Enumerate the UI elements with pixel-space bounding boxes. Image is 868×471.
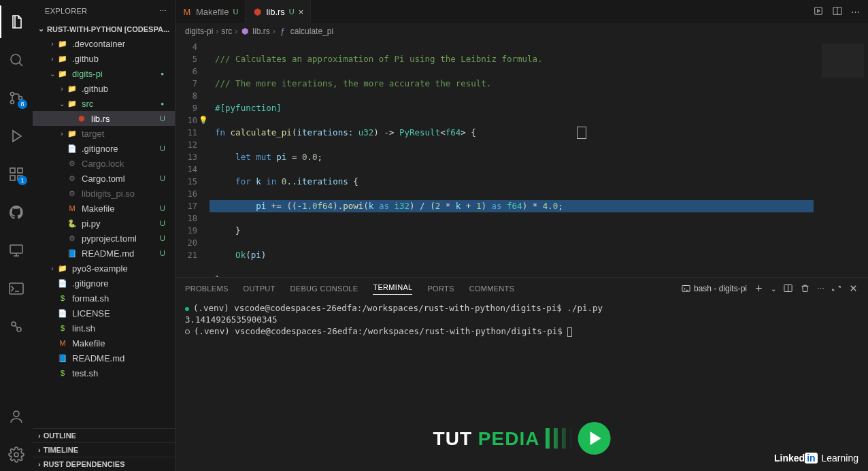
linkedin-learning-logo: Linkedin Learning [774,453,858,464]
tree-item-license[interactable]: 📄LICENSE [33,306,175,321]
editor[interactable]: 45678910💡1112131415161718192021 /// Calc… [176,39,868,277]
remote-explorer-icon[interactable] [0,234,33,267]
tree-item-makefile[interactable]: MMakefileU [33,201,175,216]
chevron-down-icon[interactable]: ⌄ [771,285,776,293]
breadcrumb-part[interactable]: lib.rs [252,27,269,36]
split-editor-icon[interactable] [832,5,843,18]
tree-item-pyo3-example[interactable]: ›📁pyo3-example [33,261,175,276]
line-number: 13 [176,151,210,163]
file-name: .github [72,54,99,64]
tree-item-lib-rs[interactable]: ⬢lib.rsU [33,111,175,126]
more-icon[interactable]: ⋯ [159,7,167,16]
svg-rect-5 [18,168,22,173]
chevron-right-icon: › [48,265,57,272]
tree-item-libdigits-pi-so[interactable]: ⚙libdigits_pi.so [33,186,175,201]
file-name: lib.rs [91,114,110,124]
tree-item-cargo-lock[interactable]: ⚙Cargo.lock [33,156,175,171]
sidebar-header: EXPLORER ⋯ [33,0,175,22]
main-area: M Makefile U ⬢ lib.rs U × ⋯ digits-pi › … [176,0,868,471]
run-debug-icon[interactable] [0,120,33,152]
file-name: pyo3-example [72,263,128,274]
tree-item-cargo-toml[interactable]: ⚙Cargo.tomlU [33,171,175,186]
folder-icon: 📁 [57,53,68,64]
breadcrumb-part[interactable]: src [221,27,232,36]
tab-makefile[interactable]: M Makefile U [176,0,246,23]
tree-item-digits-pi[interactable]: ⌄📁digits-pi● [33,66,175,81]
tree-item--github[interactable]: ›📁.github [33,51,175,66]
file-name: pi.py [82,218,100,229]
close-panel-icon[interactable] [848,283,858,295]
tree-item-format-sh[interactable]: $format.sh [33,291,175,306]
workspace-section[interactable]: ⌄ RUST-WITH-PYTHON [CODESPA... [33,22,175,36]
source-control-icon[interactable]: 8 [0,82,33,114]
github-icon[interactable] [0,196,33,229]
line-number: 17 [176,200,210,212]
tab-label: Makefile [196,7,229,17]
tree-item-test-sh[interactable]: $test.sh [33,366,175,380]
live-share-icon[interactable] [0,310,33,343]
tree-item--devcontainer[interactable]: ›📁.devcontainer [33,36,175,51]
scm-badge: 8 [18,99,27,109]
tab-problems[interactable]: PROBLEMS [185,285,229,293]
lightbulb-icon[interactable]: 💡 [199,114,208,127]
tab-status: U [289,7,295,16]
tab-librs[interactable]: ⬢ lib.rs U × [246,0,311,23]
timeline-section[interactable]: › TIMELINE [33,442,175,457]
rust-icon: ⬢ [252,7,262,16]
kill-terminal-icon[interactable] [800,283,810,295]
tab-bar: M Makefile U ⬢ lib.rs U × ⋯ [176,0,868,23]
file-name: libdigits_pi.so [82,189,135,199]
tab-label: lib.rs [266,7,284,17]
file-name: pyproject.toml [82,233,137,244]
svg-point-10 [12,322,16,326]
close-icon[interactable]: × [299,7,304,17]
minimap-viewport[interactable] [822,44,864,78]
tree-item-target[interactable]: ›📁target [33,126,175,141]
explorer-icon[interactable] [0,5,33,38]
more-icon[interactable]: ⋯ [817,285,824,293]
tree-item-readme-md[interactable]: 📘README.md [33,351,175,366]
breadcrumb-part[interactable]: digits-pi [185,27,213,36]
folder-icon: 📁 [57,68,68,79]
terminal-content[interactable]: (.venv) vscode@codespaces-26edfa:/worksp… [176,299,868,471]
tree-item-makefile[interactable]: MMakefile [33,336,175,351]
breadcrumb[interactable]: digits-pi › src › ⬢ lib.rs › ƒ calculate… [176,23,868,39]
run-icon[interactable] [813,5,824,18]
outline-section[interactable]: › OUTLINE [33,428,175,442]
tree-item-src[interactable]: ⌄📁src● [33,96,175,111]
tab-debug-console[interactable]: DEBUG CONSOLE [290,285,358,293]
minimap[interactable] [814,39,868,277]
tree-item-lint-sh[interactable]: $lint.sh [33,321,175,336]
split-terminal-icon[interactable] [783,283,793,295]
maximize-panel-icon[interactable] [831,283,841,295]
tree-item--gitignore[interactable]: 📄.gitignore [33,276,175,291]
settings-gear-icon[interactable] [0,438,33,471]
tab-ports[interactable]: PORTS [427,285,454,293]
code-content[interactable]: /// Calculates an approximation of Pi us… [210,39,814,277]
file-name: .github [82,84,108,94]
tab-comments[interactable]: COMMENTS [469,285,515,293]
more-icon[interactable]: ⋯ [851,7,860,17]
chevron-down-icon: ⌄ [57,100,67,108]
explorer-title: EXPLORER [45,7,87,15]
codespaces-icon[interactable] [0,272,33,305]
chevron-right-icon: › [57,130,67,137]
new-terminal-icon[interactable] [754,283,764,295]
search-icon[interactable] [0,44,33,76]
tab-terminal[interactable]: TERMINAL [373,283,412,295]
tab-output[interactable]: OUTPUT [244,285,276,293]
tree-item--github[interactable]: ›📁.github [33,81,175,96]
accounts-icon[interactable] [0,400,33,433]
tree-item-pi-py[interactable]: 🐍pi.pyU [33,216,175,231]
rust-deps-section[interactable]: › RUST DEPENDENCIES [33,457,175,471]
tree-item-readme-md[interactable]: 📘README.mdU [33,246,175,261]
file-name: Makefile [72,338,105,348]
tree-item-pyproject-toml[interactable]: ⚙pyproject.tomlU [33,231,175,246]
sh-icon: $ [57,368,68,378]
md-icon: 📘 [67,248,78,259]
breadcrumb-part[interactable]: calculate_pi [290,27,333,36]
extensions-icon[interactable]: 1 [0,158,33,191]
tree-item--gitignore[interactable]: 📄.gitignoreU [33,141,175,156]
file-name: .gitignore [82,144,118,154]
terminal-picker[interactable]: bash - digits-pi [681,284,747,294]
